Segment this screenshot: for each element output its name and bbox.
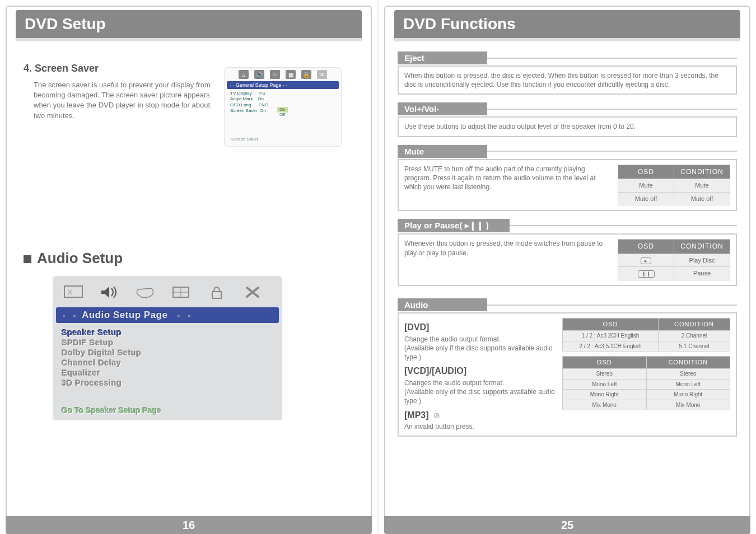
page-number: 16 [6,516,372,534]
mp3-label: [MP3] [404,410,429,420]
dots-icon: ∘ ∘ [176,311,194,319]
hand-icon: ☞ [270,70,280,79]
audio-label: Audio [398,298,487,311]
play-pause-table: OSDCONDITION ▸Play Disc ❙❙Pause [618,239,730,280]
osd-icon-row: ⌂ 🔊 ☞ ▦ 🔒 ✕ [227,70,339,79]
audio-setup-screenshot: ∘ ∘ Audio Setup Page ∘ ∘ Speaker Setup S… [53,276,282,420]
section-rule [510,225,737,226]
dvd-text: Change the audio output format. (Availab… [404,335,557,362]
table-cell: ❙❙ [618,267,674,280]
table-header: OSD [563,357,647,369]
menu-item-spdif: SPDIF Setup [62,338,279,348]
mute-text: Press MUTE to turn off the audio part of… [404,165,611,192]
play-pause-section: Play or Pause( ▸❙❙ ) Whenever this butto… [398,219,737,286]
tv-icon [60,283,86,302]
menu-item-channel-delay: Channel Delay [62,358,279,368]
table-cell: Mono Left [563,379,647,390]
audio-setup-title-text: Audio Setup [37,250,123,266]
osd-option-off: Off [277,112,288,118]
grid-icon: ▦ [286,70,296,79]
dvd-subhead: [DVD] [404,321,557,334]
osd-item-value: ENG [259,102,268,107]
title-underline [16,38,362,41]
speaker-icon [96,283,122,302]
table-cell: Mix Mono [563,400,647,410]
page-title-bar: DVD Setup [16,10,362,38]
section-rule [487,151,737,152]
audio-icon-row [56,280,279,307]
left-content: 4. Screen Saver The screen saver is usef… [16,41,362,420]
osd-item-label: Screen Saver [230,108,257,113]
page-title: DVD Setup [25,15,106,33]
table-header: CONDITION [674,165,730,179]
page-title: DVD Functions [403,15,516,33]
osd-item-value: On [258,96,264,101]
eject-text: When this button is pressed, the disc is… [398,65,737,95]
speaker-icon: 🔊 [254,70,264,79]
mp3-text: An invalid button press. [404,422,557,431]
table-cell: Stereo [646,369,730,380]
table-cell: Mono Right [646,390,730,400]
section-rule [487,305,737,306]
menu-item-speaker: Speaker Setup [62,327,279,338]
vcd-audio-table: OSDCONDITION StereoStereo Mono LeftMono … [562,356,730,410]
osd-footer: Screen Saver [230,137,335,142]
vcd-text: Changes the audio output format. (Availa… [404,378,557,406]
mute-label: Mute [398,145,487,158]
table-cell: Mix Mono [646,400,730,410]
section-rule [487,58,737,59]
volume-label: Vol+/Vol- [398,102,487,115]
table-header: CONDITION [658,318,730,331]
mute-table: OSDCONDITION MuteMute Mute offMute off [618,165,730,206]
table-cell: Mono Left [646,379,730,390]
svg-rect-4 [212,292,221,298]
osd-item-value: On [260,108,266,113]
osd-item-label: TV Display [230,91,252,96]
menu-item-3d: 3D Processing [62,378,279,388]
osd-banner: · · General Setup Page · · [227,81,339,89]
close-icon [240,283,265,302]
audio-menu-list: Speaker Setup SPDIF Setup Dolby Digital … [56,323,279,390]
volume-text: Use these buttons to adjust the audio ou… [398,116,737,137]
eject-label: Eject [398,51,487,64]
close-icon: ✕ [317,70,327,79]
title-underline [394,38,740,41]
left-page: DVD Setup 4. Screen Saver The screen sav… [0,0,377,534]
volume-section: Vol+/Vol- Use these buttons to adjust th… [398,102,737,137]
table-cell: Pause [674,267,730,280]
menu-item-dolby: Dolby Digital Setup [62,348,279,358]
table-cell: 2 Channel [658,331,730,341]
page-title-bar: DVD Functions [394,10,740,38]
table-cell: Mute off [618,192,674,205]
square-bullet-icon [24,255,31,263]
general-setup-screenshot: ⌂ 🔊 ☞ ▦ 🔒 ✕ · · General Setup Page · · T… [224,67,342,147]
dvd-audio-table: OSDCONDITION 1 / 2 : Ac3 2CH English2 Ch… [562,318,730,352]
audio-setup-heading: Audio Setup [24,250,358,267]
grid-icon [168,283,194,302]
table-cell: Play Disc [674,254,730,267]
audio-osd-footer: Go To Speaker Setup Page [56,390,279,417]
menu-item-equalizer: Equalizer [62,368,279,378]
audio-osd-banner: ∘ ∘ Audio Setup Page ∘ ∘ [56,307,279,323]
audio-descriptions: [DVD] Change the audio output format. (A… [404,318,557,431]
mute-section: Mute Press MUTE to turn off the audio pa… [398,145,737,212]
right-content: Eject When this button is pressed, the d… [394,41,740,437]
table-cell: 1 / 2 : Ac3 2CH English [563,331,659,341]
pause-icon: ❙❙ [638,270,655,278]
page-number: 25 [384,516,750,534]
eject-section: Eject When this button is pressed, the d… [398,51,737,95]
prohibited-icon: ⊘ [433,411,440,420]
table-cell: Mono Right [563,390,647,400]
table-cell: 5.1 Channel [658,341,730,352]
table-header: OSD [618,165,674,179]
table-cell: Stereo [563,369,647,380]
table-cell: ▸ [618,254,674,267]
tv-icon: ⌂ [239,70,249,79]
mp3-subhead: [MP3] ⊘ [404,409,557,421]
right-page: DVD Functions Eject When this button is … [379,0,756,534]
hand-icon [132,283,158,302]
section-rule [487,109,737,110]
table-header: OSD [563,318,659,331]
audio-section: Audio [DVD] Change the audio output form… [398,298,737,437]
lock-icon: 🔒 [301,70,311,79]
